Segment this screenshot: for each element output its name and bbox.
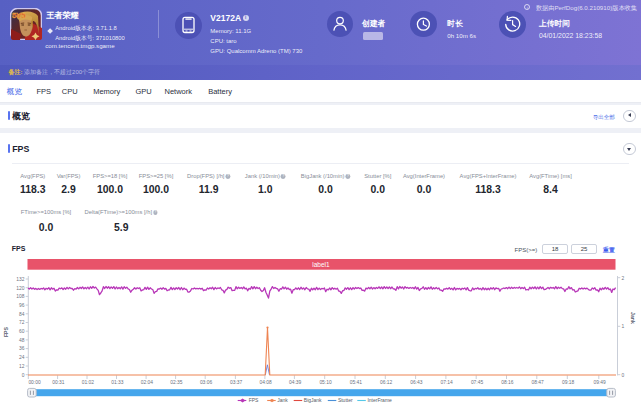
- svg-text:FPS: FPS: [3, 326, 9, 337]
- svg-text:Jank: Jank: [630, 312, 636, 324]
- svg-text:09:49: 09:49: [593, 380, 606, 385]
- svg-text:0: 0: [622, 373, 625, 378]
- svg-text:04:08: 04:08: [260, 380, 273, 385]
- svg-text:72: 72: [19, 320, 25, 325]
- svg-text:24: 24: [19, 355, 25, 360]
- svg-text:08:47: 08:47: [531, 380, 544, 385]
- svg-text:2: 2: [622, 276, 625, 281]
- svg-text:Stutter: Stutter: [338, 397, 353, 403]
- svg-text:03:37: 03:37: [230, 380, 243, 385]
- svg-text:09:18: 09:18: [562, 380, 575, 385]
- svg-text:5V5: 5V5: [12, 11, 25, 20]
- svg-text:05:10: 05:10: [319, 380, 332, 385]
- svg-text:BigJank: BigJank: [304, 397, 322, 403]
- svg-text:01:33: 01:33: [111, 380, 124, 385]
- svg-text:132: 132: [16, 277, 24, 282]
- svg-text:02:04: 02:04: [141, 380, 154, 385]
- svg-text:06:43: 06:43: [410, 380, 423, 385]
- svg-text:04:39: 04:39: [289, 380, 302, 385]
- svg-text:08:16: 08:16: [501, 380, 514, 385]
- svg-text:Jank: Jank: [277, 397, 288, 403]
- svg-text:120: 120: [16, 286, 24, 291]
- svg-text:108: 108: [16, 294, 24, 299]
- svg-text:InterFrame: InterFrame: [367, 397, 392, 403]
- svg-text:84: 84: [19, 312, 25, 317]
- svg-text:60: 60: [19, 329, 25, 334]
- svg-text:07:45: 07:45: [471, 380, 484, 385]
- svg-text:0: 0: [22, 373, 25, 378]
- svg-text:03:06: 03:06: [200, 380, 213, 385]
- svg-text:05:41: 05:41: [350, 380, 363, 385]
- svg-text:00:31: 00:31: [52, 380, 65, 385]
- svg-text:12: 12: [19, 364, 25, 369]
- svg-text:00:00: 00:00: [28, 380, 41, 385]
- svg-text:FPS: FPS: [249, 397, 259, 403]
- svg-text:label1: label1: [312, 261, 330, 268]
- svg-text:06:12: 06:12: [380, 380, 393, 385]
- svg-text:1: 1: [622, 324, 625, 329]
- svg-text:01:02: 01:02: [82, 380, 95, 385]
- svg-text:36: 36: [19, 346, 25, 351]
- svg-text:02:35: 02:35: [170, 380, 183, 385]
- svg-text:96: 96: [19, 303, 25, 308]
- svg-text:48: 48: [19, 338, 25, 343]
- svg-text:07:14: 07:14: [441, 380, 454, 385]
